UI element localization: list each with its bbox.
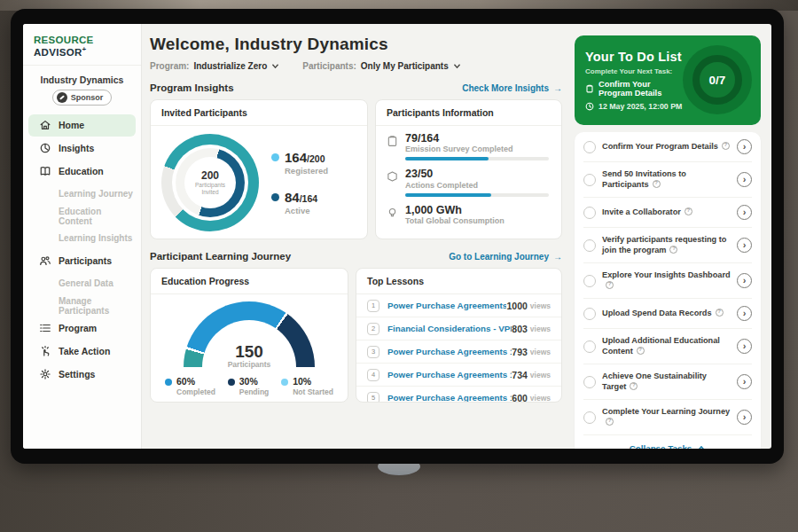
checkbox[interactable] — [583, 376, 596, 388]
lesson-row[interactable]: 3 Power Purchase Agreements 101 793 view… — [356, 340, 561, 364]
program-insights-title: Program Insights — [150, 82, 234, 93]
chevron-right-icon[interactable] — [737, 306, 752, 321]
participants-filter-label: Participants: — [302, 61, 356, 71]
learning-journey-title: Participant Learning Journey — [150, 251, 291, 262]
sidebar-item-learning-insights[interactable]: Learning Insights — [28, 228, 136, 249]
todo-subtitle: Complete Your Next Task: — [585, 67, 683, 75]
lesson-link[interactable]: Power Purchase Agreements 101 — [387, 347, 512, 356]
sponsor-badge[interactable]: Sponsor — [52, 90, 113, 106]
chevron-right-icon[interactable] — [737, 410, 752, 425]
filters-row: Program: Industrialize Zero Participants… — [150, 61, 562, 71]
sidebar-item-manage-participants[interactable]: Manage Participants — [28, 295, 136, 317]
checkbox[interactable] — [583, 174, 596, 186]
progress-bar — [405, 193, 549, 197]
info-icon[interactable] — [722, 142, 730, 150]
lesson-rank: 5 — [367, 392, 379, 403]
lesson-row[interactable]: 1 Power Purchase Agreements 101 1000 vie… — [356, 294, 561, 317]
collapse-tasks-link[interactable]: Collapse Tasks — [583, 435, 752, 449]
info-icon[interactable] — [685, 207, 692, 215]
clipboard-icon — [585, 84, 594, 93]
todo-item[interactable]: Upload Additional Educational Content — [583, 329, 752, 364]
todo-panel: Your To Do List Complete Your Next Task:… — [575, 35, 761, 449]
lesson-link[interactable]: Power Purchase Agreements 103 — [387, 393, 512, 403]
lesson-row[interactable]: 2 Financial Considerations - VPPAs 803 v… — [356, 317, 561, 340]
info-icon[interactable] — [630, 382, 638, 390]
sidebar-item-program[interactable]: Program — [28, 317, 136, 340]
lesson-row[interactable]: 5 Power Purchase Agreements 103 600 view… — [356, 387, 561, 403]
info-icon[interactable] — [606, 418, 614, 426]
todo-progress-value: 0/7 — [709, 74, 726, 87]
checkbox[interactable] — [583, 239, 596, 252]
stat-emission-survey: 79/164 Emission Survey Completed — [387, 132, 549, 160]
sidebar-item-take-action[interactable]: Take Action — [28, 340, 136, 363]
todo-item[interactable]: Complete Your Learning Journey — [583, 400, 752, 435]
lesson-rank: 4 — [367, 369, 379, 381]
sidebar-item-label: Manage Participants — [59, 296, 136, 316]
chevron-right-icon[interactable] — [737, 273, 752, 288]
todo-item[interactable]: Explore Your Insights Dashboard — [583, 263, 752, 299]
invited-participants-card: Invited Participants 200 Participants In… — [150, 99, 368, 239]
checkbox[interactable] — [583, 411, 596, 424]
chevron-right-icon[interactable] — [737, 139, 752, 154]
top-lessons-card: Top Lessons 1 Power Purchase Agreements … — [356, 268, 562, 403]
todo-item[interactable]: Confirm Your Program Details — [583, 132, 752, 162]
info-icon[interactable] — [716, 309, 724, 317]
chevron-right-icon[interactable] — [737, 205, 752, 220]
sidebar-item-label: Home — [59, 120, 84, 130]
todo-item[interactable]: Achieve One Sustainability Target — [583, 364, 752, 400]
participants-icon — [39, 254, 51, 267]
legend-item-active: 84/164 Active — [271, 190, 328, 215]
logo-resource: RESOURCE — [34, 35, 94, 45]
todo-item[interactable]: Verify participants requesting to join t… — [583, 228, 752, 263]
gear-icon — [39, 368, 51, 380]
sidebar-item-label: Learning Insights — [59, 233, 132, 243]
app-logo[interactable]: RESOURCE ADVISOR+ — [23, 24, 141, 66]
info-icon[interactable] — [637, 347, 645, 355]
lesson-rank: 1 — [367, 300, 379, 312]
dashboard-screen: RESOURCE ADVISOR+ Industry Dynamics Spon… — [23, 24, 771, 449]
sidebar-item-general-data[interactable]: General Data — [28, 273, 136, 294]
chevron-right-icon[interactable] — [737, 238, 752, 253]
donut-center-label: Participants Invited — [191, 182, 230, 197]
go-to-learning-journey-link[interactable]: Go to Learning Journey — [449, 252, 562, 262]
info-icon[interactable] — [653, 180, 661, 188]
todo-due-date: 12 May 2025, 12:00 PM — [598, 102, 682, 111]
todo-item[interactable]: Invite a Collaborator — [583, 198, 752, 228]
sidebar-item-education-content[interactable]: Education Content — [28, 206, 136, 227]
take-action-icon — [39, 345, 51, 357]
legend-item-completed: 60% Completed — [165, 376, 215, 396]
sidebar-item-home[interactable]: Home — [28, 114, 136, 137]
info-icon[interactable] — [669, 246, 677, 254]
lesson-row[interactable]: 4 Power Purchase Agreements 102 734 view… — [356, 364, 561, 387]
checkbox[interactable] — [583, 207, 596, 219]
card-title: Top Lessons — [356, 269, 561, 294]
lesson-link[interactable]: Power Purchase Agreements 102 — [387, 370, 512, 379]
checkbox[interactable] — [583, 141, 596, 153]
check-more-insights-link[interactable]: Check More Insights — [462, 83, 562, 93]
box-icon — [387, 170, 398, 183]
stat-global-consumption: 1,000 GWh Total Global Consumption — [387, 204, 549, 225]
checkbox[interactable] — [583, 340, 596, 353]
checkbox[interactable] — [583, 275, 596, 287]
info-icon[interactable] — [606, 281, 614, 289]
chevron-right-icon[interactable] — [737, 172, 752, 187]
card-title: Invited Participants — [151, 100, 367, 126]
sidebar-item-learning-journey[interactable]: Learning Journey — [28, 184, 136, 205]
participants-filter-dropdown[interactable]: Participants: Only My Participants — [302, 61, 461, 71]
chevron-right-icon[interactable] — [737, 374, 752, 389]
lesson-link[interactable]: Financial Considerations - VPPAs — [387, 324, 512, 333]
participants-filter-value: Only My Participants — [361, 61, 449, 71]
monitor-bezel: RESOURCE ADVISOR+ Industry Dynamics Spon… — [11, 9, 784, 464]
sidebar-item-education[interactable]: Education — [28, 160, 136, 183]
chevron-right-icon[interactable] — [737, 339, 752, 354]
todo-item[interactable]: Send 50 Invitations to Participants — [583, 162, 752, 198]
sidebar-item-insights[interactable]: Insights — [28, 137, 136, 160]
todo-item[interactable]: Upload Spend Data Records — [583, 299, 752, 329]
program-filter-dropdown[interactable]: Program: Industrialize Zero — [150, 61, 279, 71]
sidebar-item-participants[interactable]: Participants — [28, 250, 136, 272]
card-title: Education Progress — [151, 269, 348, 294]
checkbox[interactable] — [583, 308, 596, 320]
sponsor-badge-label: Sponsor — [71, 93, 104, 102]
lesson-link[interactable]: Power Purchase Agreements 101 — [387, 301, 506, 310]
sidebar-item-settings[interactable]: Settings — [28, 364, 136, 386]
